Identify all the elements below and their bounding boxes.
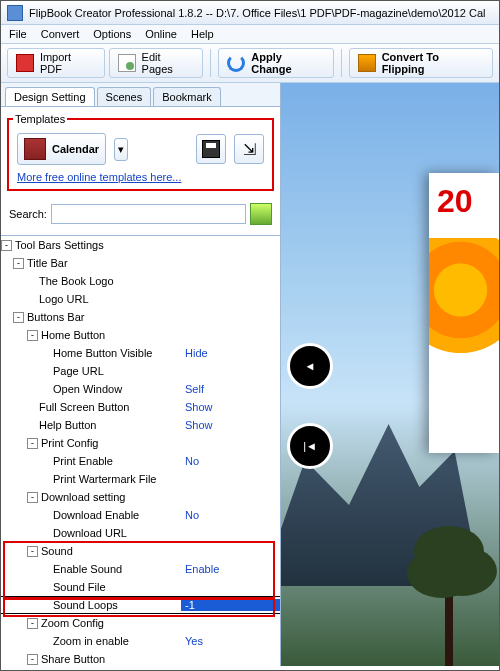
refresh-icon <box>227 54 245 72</box>
tree-dlurl[interactable]: Download URL <box>53 527 127 539</box>
title-bar: FlipBook Creator Professional 1.8.2 -- D… <box>1 1 499 25</box>
prev-page-button[interactable]: ◄ <box>287 343 333 389</box>
tree-sfile[interactable]: Sound File <box>53 581 106 593</box>
tree-dlen[interactable]: Download Enable <box>53 509 139 521</box>
search-tree-icon[interactable] <box>250 203 272 225</box>
tree-pageurl[interactable]: Page URL <box>53 365 104 377</box>
menu-options[interactable]: Options <box>93 28 131 40</box>
floppy-icon <box>202 140 220 158</box>
menu-help[interactable]: Help <box>191 28 214 40</box>
tree-openwin[interactable]: Open Window <box>53 383 122 395</box>
tree-dlen-value[interactable]: No <box>181 509 280 521</box>
menu-bar: File Convert Options Online Help <box>1 25 499 44</box>
collapse-icon[interactable]: - <box>27 546 38 557</box>
tree-printen-value[interactable]: No <box>181 455 280 467</box>
import-template-button[interactable]: ⇲ <box>234 134 264 164</box>
convert-flipping-button[interactable]: Convert To Flipping <box>349 48 493 78</box>
menu-online[interactable]: Online <box>145 28 177 40</box>
tab-bookmark[interactable]: Bookmark <box>153 87 221 106</box>
templates-legend: Templates <box>13 113 67 125</box>
collapse-icon[interactable]: - <box>27 618 38 629</box>
pdf-icon <box>16 54 34 72</box>
toolbar-separator <box>210 49 211 77</box>
tree-fullscr-value[interactable]: Show <box>181 401 280 413</box>
collapse-icon[interactable]: - <box>13 258 24 269</box>
edit-pages-label: Edit Pages <box>142 51 195 75</box>
edit-pages-icon <box>118 54 136 72</box>
save-template-button[interactable] <box>196 134 226 164</box>
collapse-icon[interactable]: - <box>1 240 12 251</box>
tree-sen-value[interactable]: Enable <box>181 563 280 575</box>
tree-sen[interactable]: Enable Sound <box>53 563 122 575</box>
tree-zoomen-value[interactable]: Yes <box>181 635 280 647</box>
edit-pages-button[interactable]: Edit Pages <box>109 48 204 78</box>
window-title: FlipBook Creator Professional 1.8.2 -- D… <box>29 7 485 19</box>
tree-helpbtn[interactable]: Help Button <box>39 419 96 431</box>
tree-zoomen[interactable]: Zoom in enable <box>53 635 129 647</box>
tab-design-setting[interactable]: Design Setting <box>5 87 95 106</box>
template-select-button[interactable]: Calendar <box>17 133 106 165</box>
template-dropdown-button[interactable]: ▾ <box>114 138 128 161</box>
toolbar-separator <box>341 49 342 77</box>
collapse-icon[interactable]: - <box>27 330 38 341</box>
apply-change-label: Apply Change <box>251 51 324 75</box>
search-input[interactable] <box>51 204 246 224</box>
tree-dlset: Download setting <box>41 491 125 503</box>
tree-logo[interactable]: The Book Logo <box>39 275 114 287</box>
first-page-icon: |◄ <box>303 440 317 452</box>
collapse-icon[interactable]: - <box>27 438 38 449</box>
tree-homebtn: Home Button <box>41 329 105 341</box>
tree-fullscr[interactable]: Full Screen Button <box>39 401 130 413</box>
tree-helpbtn-value[interactable]: Show <box>181 419 280 431</box>
tree-root: Tool Bars Settings <box>15 239 104 251</box>
search-label: Search: <box>9 208 47 220</box>
tree-sound: Sound <box>41 545 73 557</box>
preview-page[interactable]: 20 <box>429 173 499 453</box>
more-templates-link[interactable]: More free online templates here... <box>13 169 185 185</box>
settings-tree[interactable]: -Tool Bars Settings -Title Bar The Book … <box>1 235 280 666</box>
panel-tabs: Design Setting Scenes Bookmark <box>1 83 280 107</box>
app-icon <box>7 5 23 21</box>
main-area: Design Setting Scenes Bookmark Templates… <box>1 83 499 666</box>
menu-file[interactable]: File <box>9 28 27 40</box>
templates-group: Templates Calendar ▾ ⇲ More free online … <box>7 113 274 191</box>
preview-year: 20 <box>429 173 499 220</box>
tree-titlebar: Title Bar <box>27 257 68 269</box>
tree-printwm[interactable]: Print Wartermark File <box>53 473 157 485</box>
tree-sloops-value[interactable]: -1 <box>181 599 280 611</box>
tree-logourl[interactable]: Logo URL <box>39 293 89 305</box>
main-toolbar: Import PDF Edit Pages Apply Change Conve… <box>1 44 499 83</box>
book-icon <box>358 54 376 72</box>
calendar-icon <box>24 138 46 160</box>
search-row: Search: <box>1 197 280 235</box>
tree-buttonsbar: Buttons Bar <box>27 311 84 323</box>
tab-scenes[interactable]: Scenes <box>97 87 152 106</box>
collapse-icon[interactable]: - <box>13 312 24 323</box>
preview-tree <box>419 526 479 666</box>
tree-zoom: Zoom Config <box>41 617 104 629</box>
tree-homevis[interactable]: Home Button Visible <box>53 347 152 359</box>
import-pdf-button[interactable]: Import PDF <box>7 48 105 78</box>
tree-sloops[interactable]: Sound Loops <box>53 599 118 611</box>
left-panel: Design Setting Scenes Bookmark Templates… <box>1 83 281 666</box>
import-pdf-label: Import PDF <box>40 51 96 75</box>
tree-printen[interactable]: Print Enable <box>53 455 113 467</box>
tree-homevis-value[interactable]: Hide <box>181 347 280 359</box>
first-page-button[interactable]: |◄ <box>287 423 333 469</box>
collapse-icon[interactable]: - <box>27 654 38 665</box>
template-name: Calendar <box>52 143 99 155</box>
convert-flipping-label: Convert To Flipping <box>382 51 484 75</box>
tree-sharebtn: Share Button <box>41 653 105 665</box>
arrow-left-icon: ◄ <box>305 360 316 372</box>
preview-panel: 20 ◄ |◄ <box>281 83 499 666</box>
preview-flower <box>429 238 499 368</box>
tree-printcfg: Print Config <box>41 437 98 449</box>
apply-change-button[interactable]: Apply Change <box>218 48 333 78</box>
import-icon: ⇲ <box>243 140 256 159</box>
tree-openwin-value[interactable]: Self <box>181 383 280 395</box>
chevron-down-icon: ▾ <box>118 143 124 155</box>
collapse-icon[interactable]: - <box>27 492 38 503</box>
menu-convert[interactable]: Convert <box>41 28 80 40</box>
